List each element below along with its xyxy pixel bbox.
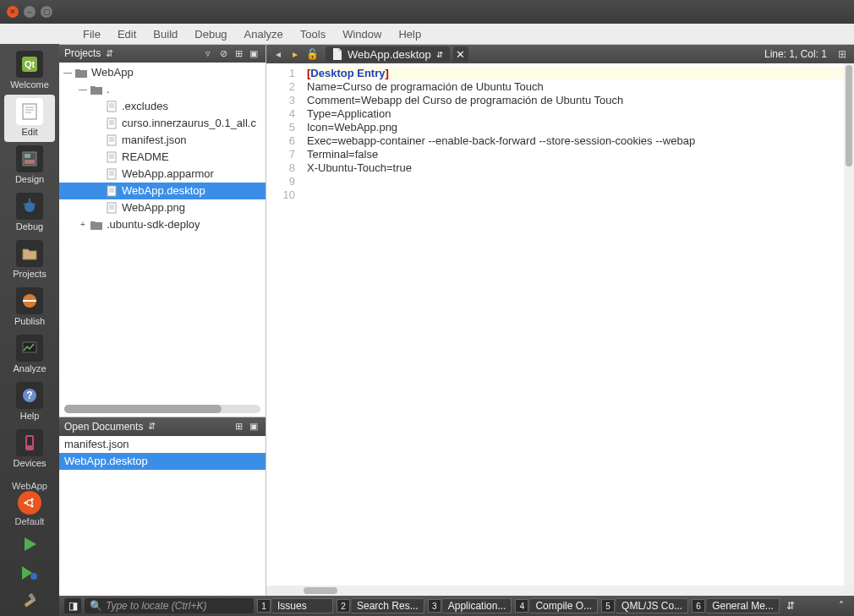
menu-file[interactable]: File — [76, 26, 107, 42]
opendocs-split-icon[interactable]: ⊞ — [232, 420, 245, 433]
tree-node-icon — [74, 66, 88, 79]
line-number-gutter: 12345678910 — [266, 63, 302, 586]
menu-debug[interactable]: Debug — [188, 26, 233, 42]
run-button[interactable] — [16, 533, 43, 555]
code-content[interactable]: [Desktop Entry]Name=Curso de programació… — [302, 63, 844, 586]
tree-twist-icon: + — [78, 220, 88, 229]
open-document-item[interactable]: WebApp.desktop — [59, 453, 266, 470]
code-editor[interactable]: 12345678910 [Desktop Entry]Name=Curso de… — [266, 63, 854, 586]
editor-split-button[interactable]: ⊞ — [834, 46, 851, 62]
status-pane-3[interactable]: 3Application... — [428, 598, 512, 613]
mode-analyze[interactable]: Analyze — [4, 331, 55, 379]
window-minimize-button[interactable]: – — [24, 6, 36, 18]
publish-icon — [16, 287, 43, 314]
open-documents-list[interactable]: manifest.jsonWebApp.desktop — [59, 436, 266, 596]
open-document-item[interactable]: manifest.json — [59, 436, 266, 453]
mode-edit[interactable]: Edit — [4, 95, 55, 142]
tree-file[interactable]: manifest.json — [59, 132, 266, 149]
window-close-button[interactable]: ✕ — [7, 6, 19, 18]
tree-file[interactable]: WebApp.desktop — [59, 183, 266, 199]
status-pane-2[interactable]: 2Search Res... — [337, 598, 424, 613]
status-pane-6[interactable]: 6General Me... — [692, 598, 780, 613]
tree-node-label: WebApp.apparmor — [122, 167, 214, 180]
status-pane-label: Issues — [272, 598, 333, 613]
tree-file[interactable]: WebApp.png — [59, 199, 266, 216]
status-pane-1[interactable]: 1Issues — [257, 598, 333, 613]
tree-node-icon — [90, 83, 103, 96]
kit-project-label: WebApp — [4, 481, 55, 491]
nav-back-button[interactable]: ◂ — [270, 46, 287, 62]
projects-dropdown-icon[interactable]: ⇵ — [102, 46, 116, 60]
mode-label: Design — [4, 174, 55, 184]
link-icon[interactable]: ⊘ — [216, 46, 230, 60]
locator-input[interactable] — [106, 600, 249, 612]
menu-bar: FileEditBuildDebugAnalyzeToolsWindowHelp — [0, 24, 854, 44]
svg-text:?: ? — [26, 390, 32, 401]
mode-design[interactable]: Design — [4, 142, 55, 189]
mode-label: Analyze — [4, 363, 55, 373]
svg-rect-34 — [107, 118, 116, 128]
status-bar: ◨ 🔍 1Issues2Search Res...3Application...… — [59, 596, 854, 616]
tree-file[interactable]: curso.innerzaurus_0.1_all.c — [59, 115, 266, 132]
menu-analyze[interactable]: Analyze — [238, 26, 290, 42]
svg-rect-50 — [107, 186, 116, 196]
mode-label: Welcome — [4, 79, 55, 90]
tree-horizontal-scrollbar[interactable] — [64, 405, 260, 412]
menu-tools[interactable]: Tools — [293, 26, 332, 42]
file-icon — [332, 48, 342, 60]
opendocs-dropdown-icon[interactable]: ⇵ — [145, 420, 158, 433]
tree-folder-dot[interactable]: —. — [59, 81, 266, 98]
close-document-button[interactable]: ✕ — [453, 46, 468, 62]
menu-edit[interactable]: Edit — [111, 26, 143, 42]
open-documents-title: Open Documents — [64, 421, 143, 433]
build-button[interactable] — [16, 591, 43, 613]
help-icon: ? — [16, 382, 43, 409]
mode-selector: QtWelcomeEditDesignDebugProjectsPublishA… — [0, 44, 59, 616]
tree-file[interactable]: WebApp.apparmor — [59, 166, 266, 183]
toggle-sidebar-button[interactable]: ◨ — [64, 598, 81, 613]
tree-root[interactable]: —WebApp — [59, 64, 266, 81]
mode-label: Publish — [4, 316, 55, 326]
status-pane-4[interactable]: 4Compile O... — [515, 598, 598, 613]
editor-vertical-scrollbar[interactable] — [844, 63, 854, 586]
breadcrumb-dropdown-icon[interactable]: ⇵ — [436, 50, 443, 59]
tree-file[interactable]: .excludes — [59, 98, 266, 115]
mode-publish[interactable]: Publish — [4, 284, 55, 331]
tree-node-icon — [90, 218, 103, 232]
mode-projects[interactable]: Projects — [4, 237, 55, 284]
tree-node-icon — [105, 184, 118, 198]
mode-help[interactable]: ?Help — [4, 379, 55, 426]
open-documents-header: Open Documents ⇵ ⊞ ▣ — [59, 417, 266, 436]
locator[interactable]: 🔍 — [85, 598, 254, 613]
project-tree[interactable]: —WebApp—..excludescurso.innerzaurus_0.1_… — [59, 63, 266, 235]
tree-twist-icon: — — [78, 84, 88, 94]
mode-welcome[interactable]: QtWelcome — [4, 47, 55, 95]
opendocs-close-icon[interactable]: ▣ — [247, 420, 260, 433]
lock-icon[interactable]: 🔓 — [304, 46, 320, 62]
nav-forward-button[interactable]: ▸ — [287, 46, 304, 62]
tree-folder-deploy[interactable]: +.ubuntu-sdk-deploy — [59, 216, 266, 233]
ubuntu-icon — [18, 491, 41, 515]
run-debug-button[interactable] — [16, 562, 43, 584]
tree-node-label: .ubuntu-sdk-deploy — [107, 218, 200, 231]
split-icon[interactable]: ⊞ — [232, 46, 245, 60]
filter-icon[interactable]: ▿ — [201, 46, 215, 60]
collapse-icon[interactable]: ▣ — [247, 46, 260, 60]
kit-selector[interactable]: WebApp Default — [4, 477, 55, 530]
tree-file[interactable]: README — [59, 149, 266, 166]
mode-devices[interactable]: Devices — [4, 426, 55, 473]
editor-horizontal-scrollbar[interactable] — [302, 586, 844, 596]
menu-window[interactable]: Window — [336, 26, 388, 42]
mode-label: Projects — [4, 269, 55, 279]
file-breadcrumb[interactable]: WebApp.desktop ⇵ — [326, 46, 450, 62]
window-maximize-button[interactable]: ▢ — [41, 6, 52, 18]
status-pane-5[interactable]: 5QML/JS Co... — [601, 598, 688, 613]
projects-icon — [16, 240, 43, 267]
file-breadcrumb-label: WebApp.desktop — [348, 48, 431, 61]
output-expand-button[interactable]: ˄ — [834, 598, 849, 613]
menu-help[interactable]: Help — [391, 26, 428, 42]
svg-rect-15 — [23, 342, 36, 352]
status-panes-dropdown-icon[interactable]: ⇵ — [783, 598, 798, 613]
menu-build[interactable]: Build — [146, 26, 184, 42]
mode-debug[interactable]: Debug — [4, 189, 55, 237]
